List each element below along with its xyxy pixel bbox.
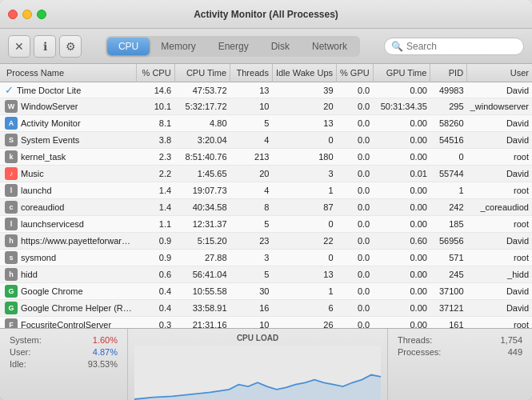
user-label: User: — [10, 347, 30, 357]
process-name-text: Google Chrome — [21, 286, 83, 296]
process-icon: F — [5, 318, 18, 328]
cputime-cell: 56:41.04 — [174, 266, 230, 283]
col-header-threads[interactable]: Threads — [230, 64, 273, 82]
processes-label: Processes: — [398, 347, 441, 357]
pid-cell: 54516 — [430, 132, 467, 149]
cpu-cell: 10.1 — [136, 98, 174, 115]
gpu-cell: 0.0 — [337, 283, 374, 300]
search-input[interactable] — [406, 41, 517, 52]
table-row[interactable]: FFocusriteControlServer0.321:31.1610260.… — [0, 317, 532, 329]
close-button[interactable] — [8, 10, 18, 19]
table-row[interactable]: ♪Music2.21:45.652030.00.0155744David — [0, 166, 532, 182]
idle-value: 93.53% — [88, 359, 118, 369]
tab-network[interactable]: Network — [301, 38, 358, 55]
table-row[interactable]: ✓Time Doctor Lite14.647:53.7213390.00.00… — [0, 82, 532, 98]
process-table-container[interactable]: Process Name % CPU CPU Time Threads Idle… — [0, 64, 532, 328]
process-name-text: Google Chrome Helper (Re... — [21, 303, 133, 313]
col-header-user[interactable]: User — [467, 64, 532, 82]
process-icon: c — [5, 201, 18, 214]
threads-cell: 3 — [230, 250, 273, 266]
cpu-cell: 8.1 — [136, 115, 174, 132]
tab-cpu[interactable]: CPU — [107, 38, 150, 55]
pid-cell: 55744 — [430, 166, 467, 182]
table-row[interactable]: GGoogle Chrome0.410:55.583010.00.0037100… — [0, 283, 532, 300]
process-name-cell: ssysmond — [0, 250, 136, 266]
tab-energy[interactable]: Energy — [207, 38, 260, 55]
threads-cell: 30 — [230, 283, 273, 300]
threads-value: 1,754 — [500, 335, 522, 345]
col-header-cputime[interactable]: CPU Time — [174, 64, 230, 82]
cpu-stats: System: 1.60% User: 4.87% Idle: 93.53% — [0, 329, 128, 400]
threads-label: Threads: — [398, 335, 432, 345]
stop-button[interactable]: ✕ — [8, 35, 30, 58]
main-window: Activity Monitor (All Processes) ✕ ℹ ⚙ C… — [0, 0, 532, 400]
table-row[interactable]: llaunchd1.419:07.73410.00.001root — [0, 182, 532, 199]
gputime-cell: 0.00 — [373, 115, 430, 132]
col-header-pid[interactable]: PID — [430, 64, 467, 82]
gpu-cell: 0.0 — [337, 82, 374, 98]
idle-label: Idle: — [10, 359, 26, 369]
maximize-button[interactable] — [37, 10, 46, 19]
process-name-cell: hhidd — [0, 266, 136, 282]
cputime-cell: 19:07.73 — [174, 182, 230, 199]
process-name-cell: ccoreaudiod — [0, 199, 136, 215]
pid-cell: 58260 — [430, 115, 467, 132]
toolbar: ✕ ℹ ⚙ CPU Memory Energy Disk Network 🔍 — [0, 29, 532, 64]
process-name-text: sysmond — [21, 253, 56, 262]
gpu-cell: 0.0 — [337, 199, 374, 216]
gputime-cell: 0.00 — [373, 182, 430, 199]
pid-cell: 49983 — [430, 82, 467, 98]
user-stat-row: User: 4.87% — [10, 347, 118, 357]
tab-disk[interactable]: Disk — [260, 38, 301, 55]
status-bar: System: 1.60% User: 4.87% Idle: 93.53% C… — [0, 328, 532, 400]
gpu-cell: 0.0 — [337, 216, 374, 233]
system-value: 1.60% — [93, 335, 118, 345]
user-cell: David — [467, 166, 532, 182]
process-name-cell: ♪Music — [0, 166, 136, 182]
table-row[interactable]: llaunchservicesd1.112:31.37500.00.00185r… — [0, 216, 532, 233]
gear-button[interactable]: ⚙ — [59, 35, 82, 58]
process-icon: S — [5, 134, 18, 146]
table-row[interactable]: ssysmond0.927.88300.00.00571root — [0, 250, 532, 266]
user-cell: root — [467, 216, 532, 233]
table-row[interactable]: SSystem Events3.83:20.04400.00.0054516Da… — [0, 132, 532, 149]
cputime-cell: 40:34.58 — [174, 199, 230, 216]
process-name-text: https://www.payetteforward... — [21, 236, 133, 246]
table-row[interactable]: GGoogle Chrome Helper (Re...0.433:58.911… — [0, 300, 532, 317]
col-header-cpu[interactable]: % CPU — [136, 64, 174, 82]
process-icon: G — [5, 285, 18, 298]
gputime-cell: 0.00 — [373, 132, 430, 149]
threads-cell: 20 — [230, 166, 273, 182]
table-row[interactable]: hhttps://www.payetteforward...0.95:15.20… — [0, 233, 532, 250]
process-name-cell: WWindowServer — [0, 98, 136, 114]
col-header-gputime[interactable]: GPU Time — [373, 64, 430, 82]
threads-cell: 16 — [230, 300, 273, 317]
info-button[interactable]: ℹ — [34, 35, 56, 58]
threads-cell: 5 — [230, 115, 273, 132]
table-row[interactable]: kkernel_task2.38:51:40.762131800.00.000r… — [0, 149, 532, 166]
gputime-cell: 0.00 — [373, 250, 430, 266]
gputime-cell: 0.00 — [373, 266, 430, 283]
table-row[interactable]: ccoreaudiod1.440:34.588870.00.00242_core… — [0, 199, 532, 216]
pid-cell: 245 — [430, 266, 467, 283]
tab-memory[interactable]: Memory — [150, 38, 206, 55]
table-row[interactable]: hhidd0.656:41.045130.00.00245_hidd — [0, 266, 532, 283]
col-header-gpu[interactable]: % GPU — [337, 64, 374, 82]
idle-cell: 0 — [272, 216, 336, 233]
col-header-idle[interactable]: Idle Wake Ups — [272, 64, 336, 82]
gpu-cell: 0.0 — [337, 98, 374, 115]
table-row[interactable]: AActivity Monitor8.14.805130.00.0058260D… — [0, 115, 532, 132]
minimize-button[interactable] — [22, 10, 32, 19]
pid-cell: 185 — [430, 216, 467, 233]
gpu-cell: 0.0 — [337, 149, 374, 166]
user-cell: root — [467, 250, 532, 266]
process-name-cell: ✓Time Doctor Lite — [0, 82, 136, 98]
col-header-name[interactable]: Process Name — [0, 64, 136, 82]
title-bar: Activity Monitor (All Processes) — [0, 0, 532, 29]
process-icon: l — [5, 184, 18, 197]
cputime-cell: 10:55.58 — [174, 283, 230, 300]
process-icon: G — [5, 302, 18, 314]
cpu-cell: 0.4 — [136, 283, 174, 300]
search-box[interactable]: 🔍 — [384, 38, 524, 55]
table-row[interactable]: WWindowServer10.15:32:17.7210200.050:31:… — [0, 98, 532, 115]
